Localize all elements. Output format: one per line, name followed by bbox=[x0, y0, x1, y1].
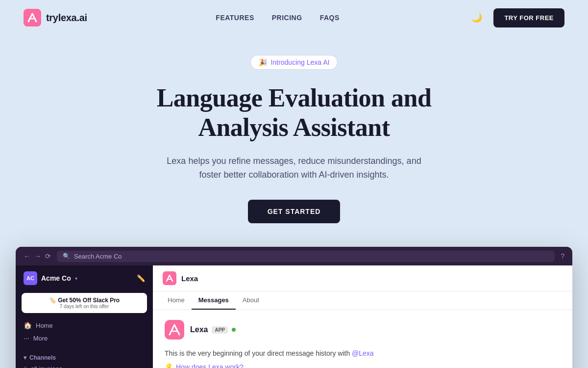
hero-title: Language Evaluation and Analysis Assista… bbox=[122, 83, 466, 142]
hero-badge[interactable]: 🎉 Introducing Lexa AI bbox=[250, 55, 338, 70]
tab-about[interactable]: About bbox=[236, 291, 266, 310]
app-screenshot: ← → ⟳ 🔍 Search Acme Co ? AC Acme Co ▾ ✏️… bbox=[16, 247, 572, 368]
slack-promo-banner[interactable]: 🏷️ Get 50% Off Slack Pro 7 days left on … bbox=[22, 293, 147, 313]
tab-home[interactable]: Home bbox=[161, 291, 192, 310]
promo-text: 🏷️ Get 50% Off Slack Pro bbox=[27, 297, 141, 304]
workspace-avatar: AC bbox=[24, 271, 37, 285]
home-icon: 🏠 bbox=[24, 321, 32, 329]
browser-controls: ← → ⟳ bbox=[24, 252, 51, 260]
slack-ui: AC Acme Co ▾ ✏️ 🏷️ Get 50% Off Slack Pro… bbox=[16, 265, 572, 368]
sidebar-more[interactable]: ··· More bbox=[16, 332, 153, 344]
badge-emoji: 🎉 bbox=[259, 58, 267, 66]
tab-messages[interactable]: Messages bbox=[192, 291, 236, 310]
logo-text: trylexa.ai bbox=[46, 12, 87, 24]
chat-intro-text: This is the very beginning of your direc… bbox=[165, 349, 561, 357]
browser-search-bar[interactable]: 🔍 Search Acme Co bbox=[57, 251, 555, 262]
refresh-icon[interactable]: ⟳ bbox=[45, 252, 51, 260]
get-started-button[interactable]: GET STARTED bbox=[248, 200, 341, 223]
search-text: Search Acme Co bbox=[74, 253, 122, 260]
sidebar-header: AC Acme Co ▾ ✏️ bbox=[16, 265, 153, 291]
lexa-logo-small bbox=[163, 271, 176, 285]
hero-section: 🎉 Introducing Lexa AI Language Evaluatio… bbox=[0, 35, 588, 223]
sidebar-nav: 🏠 Home ··· More bbox=[16, 315, 153, 348]
channels-label: Channels bbox=[29, 354, 56, 361]
back-icon[interactable]: ← bbox=[24, 252, 30, 260]
how-lexa-works-link[interactable]: 💡 How does Lexa work? bbox=[165, 363, 561, 368]
edit-icon[interactable]: ✏️ bbox=[137, 274, 145, 282]
channels-chevron-icon: ▾ bbox=[24, 354, 26, 361]
svg-rect-0 bbox=[24, 9, 41, 26]
chat-body: Lexa APP This is the very beginning of y… bbox=[153, 310, 572, 368]
chevron-down-icon: ▾ bbox=[75, 276, 77, 281]
workspace-info[interactable]: AC Acme Co ▾ bbox=[24, 271, 77, 285]
badge-text: Introducing Lexa AI bbox=[271, 58, 330, 66]
channel-all-invoices[interactable]: # all-invoices bbox=[16, 363, 153, 368]
nav-features[interactable]: FEATURES bbox=[216, 14, 254, 22]
navbar-actions: 🌙 TRY FOR FREE bbox=[468, 8, 564, 27]
dark-mode-button[interactable]: 🌙 bbox=[468, 9, 486, 26]
chat-mention: @Lexa bbox=[352, 349, 374, 357]
browser-bar: ← → ⟳ 🔍 Search Acme Co ? bbox=[16, 247, 572, 265]
app-badge: APP bbox=[212, 326, 228, 334]
navbar: trylexa.ai FEATURES PRICING FAQS 🌙 TRY F… bbox=[0, 0, 588, 35]
nav-faqs[interactable]: FAQS bbox=[320, 14, 340, 22]
svg-rect-2 bbox=[165, 320, 184, 340]
lexa-bot-logo bbox=[165, 320, 184, 340]
home-label: Home bbox=[36, 322, 53, 329]
slack-sidebar: AC Acme Co ▾ ✏️ 🏷️ Get 50% Off Slack Pro… bbox=[16, 265, 153, 368]
chat-app-title: Lexa bbox=[181, 274, 198, 283]
help-icon[interactable]: ? bbox=[561, 252, 564, 260]
nav-links: FEATURES PRICING FAQS bbox=[216, 14, 339, 22]
logo-icon bbox=[24, 9, 41, 26]
forward-icon[interactable]: → bbox=[34, 252, 41, 260]
nav-pricing[interactable]: PRICING bbox=[272, 14, 302, 22]
bot-header: Lexa APP bbox=[165, 320, 561, 340]
try-free-button[interactable]: TRY FOR FREE bbox=[493, 8, 564, 27]
channels-header[interactable]: ▾ Channels bbox=[16, 352, 153, 363]
hash-icon: # bbox=[24, 366, 27, 368]
logo-link[interactable]: trylexa.ai bbox=[24, 9, 87, 26]
bot-name: Lexa bbox=[190, 325, 208, 334]
sidebar-home[interactable]: 🏠 Home bbox=[16, 319, 153, 332]
channels-section: ▾ Channels # all-invoices # social ⊕ Add… bbox=[16, 348, 153, 368]
more-icon: ··· bbox=[24, 334, 29, 342]
bulb-icon: 💡 bbox=[165, 363, 173, 368]
svg-rect-1 bbox=[163, 271, 176, 285]
search-icon: 🔍 bbox=[63, 253, 70, 260]
promo-subtext: 7 days left on this offer bbox=[27, 304, 141, 309]
workspace-name: Acme Co bbox=[41, 274, 71, 282]
chat-tabs: Home Messages About bbox=[153, 291, 572, 310]
online-indicator bbox=[232, 328, 236, 332]
chat-header: Lexa bbox=[153, 265, 572, 291]
hero-subtitle: Lexa helps you refine messages, reduce m… bbox=[157, 154, 431, 183]
more-label: More bbox=[33, 335, 48, 342]
slack-main-panel: Lexa Home Messages About bbox=[153, 265, 572, 368]
bot-name-row: Lexa APP bbox=[190, 325, 236, 334]
channel-name: all-invoices bbox=[31, 365, 62, 368]
